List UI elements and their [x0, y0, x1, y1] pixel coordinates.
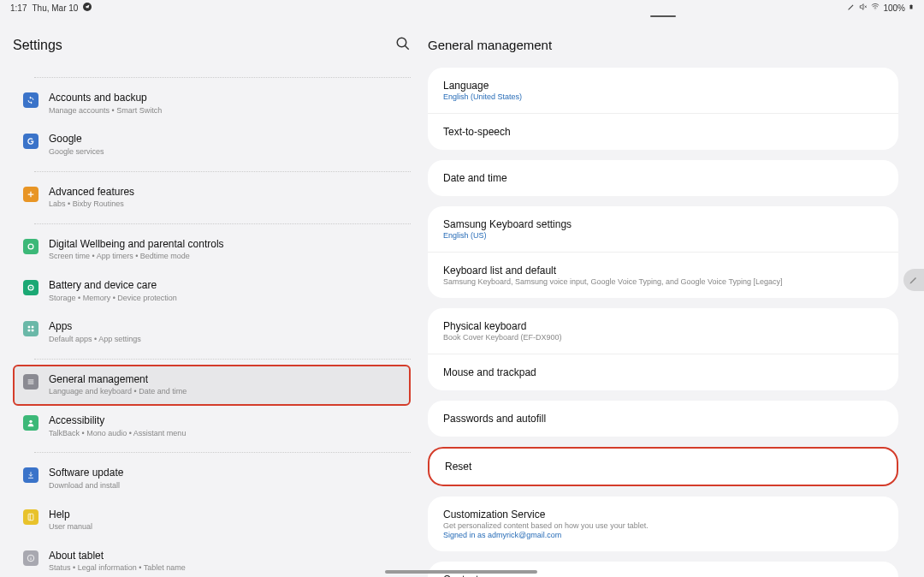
svg-rect-21 — [31, 557, 32, 560]
search-icon[interactable] — [395, 36, 411, 55]
setting-mouse-and-trackpad[interactable]: Mouse and trackpad — [428, 354, 898, 390]
bars-icon — [23, 374, 38, 390]
sidebar-item-title: Digital Wellbeing and parental controls — [49, 238, 400, 252]
svg-rect-12 — [32, 330, 34, 332]
setting-language[interactable]: LanguageEnglish (United States) — [428, 68, 898, 114]
card-group: Samsung Keyboard settingsEnglish (US)Key… — [428, 206, 898, 298]
edit-fab[interactable] — [903, 269, 924, 291]
info-icon — [23, 550, 38, 566]
setting-date-and-time[interactable]: Date and time — [428, 160, 898, 196]
sidebar-item-subtitle: Screen time • App timers • Bedtime mode — [49, 252, 400, 262]
pen-icon — [847, 3, 856, 13]
sidebar-item-accounts-and-backup[interactable]: Accounts and backup Manage accounts • Sm… — [13, 83, 411, 124]
sidebar-item-software-update[interactable]: Software update Download and install — [13, 458, 411, 499]
card-group: Date and time — [428, 160, 898, 196]
sidebar-item-subtitle: Language and keyboard • Date and time — [49, 387, 400, 397]
card-title: Passwords and autofill — [443, 413, 883, 425]
sidebar-item-help[interactable]: Help User manual — [13, 500, 411, 541]
setting-keyboard-list-and-default[interactable]: Keyboard list and defaultSamsung Keyboar… — [428, 253, 898, 298]
svg-point-6 — [28, 244, 33, 249]
setting-contact-us[interactable]: Contact us — [428, 562, 898, 577]
card-group: Passwords and autofill — [428, 401, 898, 437]
sidebar-item-subtitle: TalkBack • Mono audio • Assistant menu — [49, 429, 400, 439]
card-group: LanguageEnglish (United States)Text-to-s… — [428, 68, 898, 150]
svg-rect-15 — [28, 383, 34, 384]
sidebar-item-title: Apps — [49, 320, 400, 334]
card-title: Contact us — [443, 574, 883, 577]
battery-icon — [909, 3, 914, 13]
help-icon — [23, 509, 38, 525]
sidebar-item-accessibility[interactable]: Accessibility TalkBack • Mono audio • As… — [13, 406, 411, 447]
sidebar-item-subtitle: Google services — [49, 147, 400, 158]
plus-icon — [23, 187, 38, 202]
sidebar-item-title: Battery and device care — [49, 279, 400, 293]
sidebar-item-battery-and-device-care[interactable]: Battery and device care Storage • Memory… — [13, 271, 411, 312]
sidebar-item-title: Accounts and backup — [49, 92, 400, 105]
svg-point-20 — [31, 556, 32, 557]
svg-rect-10 — [32, 326, 34, 329]
card-title: Customization Service — [443, 509, 883, 520]
card-group: Contact us — [428, 562, 898, 577]
setting-reset[interactable]: Reset — [429, 449, 897, 485]
card-subtitle: Get personalized content based on how yo… — [443, 521, 883, 530]
sidebar-item-digital-wellbeing-and-parental-controls[interactable]: Digital Wellbeing and parental controls … — [13, 229, 411, 271]
svg-rect-18 — [30, 514, 31, 520]
sidebar-item-title: General management — [49, 373, 400, 387]
card-title: Keyboard list and default — [443, 265, 883, 277]
scrollbar-horizontal[interactable] — [385, 570, 537, 574]
svg-line-5 — [405, 45, 409, 50]
card-link: English (US) — [443, 231, 883, 240]
setting-samsung-keyboard-settings[interactable]: Samsung Keyboard settingsEnglish (US) — [428, 206, 898, 253]
card-subtitle: Samsung Keyboard, Samsung voice input, G… — [443, 277, 883, 286]
sidebar-item-apps[interactable]: Apps Default apps • App settings — [13, 312, 411, 353]
svg-point-1 — [875, 9, 876, 10]
download-icon — [23, 467, 38, 483]
svg-point-16 — [29, 420, 32, 423]
setting-text-to-speech[interactable]: Text-to-speech — [428, 114, 898, 150]
card-title: Samsung Keyboard settings — [443, 218, 883, 230]
svg-rect-2 — [910, 5, 913, 9]
card-title: Physical keyboard — [443, 320, 883, 332]
sidebar-item-subtitle: Storage • Memory • Device protection — [49, 294, 400, 304]
card-title: Text-to-speech — [443, 126, 883, 138]
svg-rect-17 — [28, 514, 33, 520]
sidebar-item-general-management[interactable]: General management Language and keyboard… — [13, 365, 411, 406]
sidebar-item-subtitle: Manage accounts • Smart Switch — [49, 106, 400, 116]
sidebar-item-advanced-features[interactable]: Advanced features Labs • Bixby Routines — [13, 177, 411, 218]
sidebar-item-title: Help — [49, 509, 400, 522]
card-group: Reset — [428, 447, 898, 486]
sync-icon — [23, 92, 38, 108]
svg-rect-14 — [28, 381, 34, 382]
card-title: Mouse and trackpad — [443, 366, 883, 378]
ring-icon — [23, 280, 38, 295]
card-title: Language — [443, 80, 883, 92]
grid-icon — [23, 321, 38, 336]
setting-customization-service[interactable]: Customization ServiceGet personalized co… — [428, 497, 898, 551]
status-date: Thu, Mar 10 — [32, 3, 78, 13]
sidebar-item-title: Advanced features — [49, 186, 400, 199]
mute-icon — [859, 3, 868, 13]
sidebar-item-about-tablet[interactable]: About tablet Status • Legal information … — [13, 541, 411, 577]
svg-point-4 — [397, 38, 406, 47]
sidebar-item-subtitle: Default apps • App settings — [49, 335, 400, 345]
detail-panel: General management LanguageEnglish (Unit… — [424, 15, 924, 577]
card-group: Physical keyboardBook Cover Keyboard (EF… — [428, 308, 898, 390]
status-time: 1:17 — [10, 3, 27, 13]
detail-title: General management — [428, 17, 898, 68]
sidebar-item-title: Google — [49, 133, 400, 146]
sidebar-item-google[interactable]: Google Google services — [13, 124, 411, 165]
card-link: Signed in as admyrick@gmail.com — [443, 531, 883, 539]
setting-passwords-and-autofill[interactable]: Passwords and autofill — [428, 401, 898, 437]
card-link: English (United States) — [443, 92, 883, 101]
card-title: Reset — [445, 461, 881, 473]
battery-percent: 100% — [883, 3, 905, 13]
sidebar-item-subtitle: Labs • Bixby Routines — [49, 199, 400, 210]
person-icon — [23, 415, 38, 431]
svg-rect-9 — [28, 326, 31, 329]
setting-physical-keyboard[interactable]: Physical keyboardBook Cover Keyboard (EF… — [428, 308, 898, 354]
google-icon — [23, 134, 38, 149]
settings-sidebar: Settings Accounts and backup Manage acco… — [0, 15, 424, 577]
wifi-icon — [871, 3, 880, 13]
svg-rect-13 — [28, 379, 34, 380]
sidebar-item-subtitle: Status • Legal information • Tablet name — [49, 563, 400, 574]
